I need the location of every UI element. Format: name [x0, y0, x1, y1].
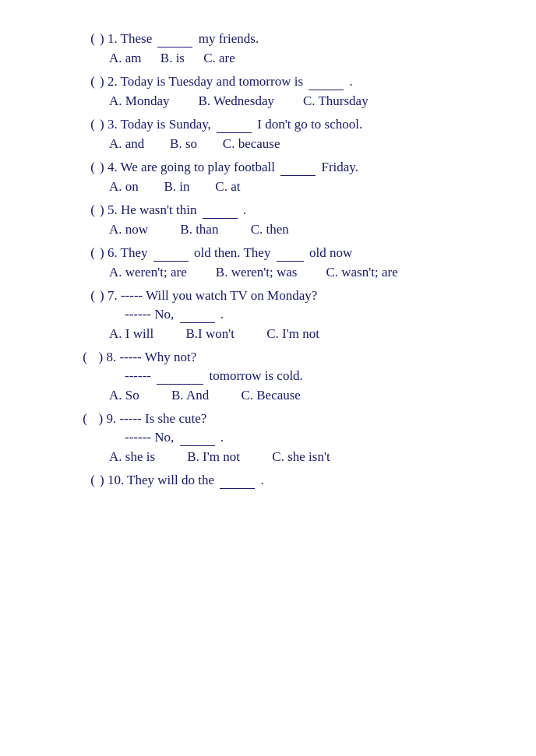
q8-opt-c: C. Because — [241, 388, 300, 403]
q8-opt-b: B. And — [171, 388, 209, 403]
q3-text-before: ) 3. Today is Sunday, — [100, 117, 211, 132]
q2-options: A. Monday B. Wednesday C. Thursday — [39, 93, 497, 109]
q6-text-after: old now — [309, 245, 352, 260]
quiz-container: ( ) 1. These my friends. A. am B. is C. … — [39, 31, 497, 489]
q2-opt-a: A. Monday — [109, 93, 169, 108]
q4-text: ) 4. We are going to play football Frida… — [100, 160, 497, 176]
q5-text-after: . — [243, 202, 246, 217]
q3-text: ) 3. Today is Sunday, I don't go to scho… — [100, 117, 497, 133]
q7-opt-b: B.I won't — [185, 326, 235, 341]
q5-opt-b: B. than — [180, 222, 218, 237]
q7-options: A. I will B.I won't C. I'm not — [39, 326, 497, 342]
q3-opt-a: A. and — [109, 136, 144, 151]
question-9: ( ) 9. ----- Is she cute? ------ No, . A… — [39, 411, 497, 465]
q2-opt-b: B. Wednesday — [198, 93, 273, 108]
q9-sub-text: ------ No, — [125, 430, 174, 445]
q9-text: ) 9. ----- Is she cute? — [92, 411, 497, 427]
q8-paren-open: ( — [78, 350, 92, 365]
question-8: ( ) 8. ----- Why not? ------ tomorrow is… — [39, 350, 497, 403]
q5-blank — [203, 202, 238, 219]
q1-blank — [157, 31, 192, 47]
q3-opt-c: C. because — [223, 136, 280, 151]
q2-blank — [309, 74, 344, 90]
q8-text: ) 8. ----- Why not? — [92, 350, 497, 365]
q7-blank — [180, 307, 215, 323]
q1-opt-a: A. am — [109, 51, 142, 65]
q7-sub-after: . — [220, 307, 224, 322]
q9-sub-after: . — [220, 430, 224, 445]
q8-blank — [157, 368, 203, 385]
q7-sub-text: ------ No, — [125, 307, 174, 322]
q9-blank — [180, 430, 215, 446]
q6-opt-a: A. weren't; are — [109, 265, 187, 280]
q5-options: A. now B. than C. then — [39, 222, 497, 237]
q5-text-before: ) 5. He wasn't thin — [100, 202, 196, 217]
q1-text-before: ) 1. These — [100, 31, 152, 46]
q3-text-after: I don't go to school. — [257, 117, 362, 132]
q7-text: ) 7. ----- Will you watch TV on Monday? — [100, 288, 497, 304]
q9-opt-a: A. she is — [109, 449, 155, 464]
q3-blank — [217, 117, 252, 133]
q3-paren-open: ( — [86, 117, 100, 132]
question-4: ( ) 4. We are going to play football Fri… — [39, 160, 497, 195]
q6-opt-c: C. wasn't; are — [326, 265, 397, 280]
q1-paren-open: ( — [86, 31, 100, 47]
q8-opt-a: A. So — [109, 388, 139, 403]
q9-opt-b: B. I'm not — [187, 449, 240, 464]
q3-options: A. and B. so C. because — [39, 136, 497, 152]
q1-text-after: my friends. — [199, 31, 259, 46]
q2-paren-open: ( — [86, 74, 100, 90]
q2-text: ) 2. Today is Tuesday and tomorrow is . — [100, 74, 497, 90]
q6-opt-b: B. weren't; was — [216, 265, 298, 280]
q10-text-before: ) 10. They will do the — [100, 473, 214, 487]
q5-paren-open: ( — [86, 202, 100, 218]
question-5: ( ) 5. He wasn't thin . A. now B. than C… — [39, 202, 497, 237]
q10-text: ) 10. They will do the . — [100, 473, 497, 489]
question-7: ( ) 7. ----- Will you watch TV on Monday… — [39, 288, 497, 342]
q7-opt-c: C. I'm not — [266, 326, 319, 341]
q6-blank1 — [153, 245, 189, 262]
q7-sub-line: ------ No, . — [39, 307, 497, 323]
q4-opt-b: B. in — [164, 179, 190, 194]
q8-sub-text: ------ — [125, 368, 151, 383]
q9-sub-line: ------ No, . — [39, 430, 497, 446]
q8-sub-line: ------ tomorrow is cold. — [39, 368, 497, 385]
q9-text-main: ) 9. ----- Is she cute? — [92, 411, 206, 426]
q2-text-before: ) 2. Today is Tuesday and tomorrow is — [100, 74, 303, 89]
q4-text-before: ) 4. We are going to play football — [100, 160, 275, 174]
question-1: ( ) 1. These my friends. A. am B. is C. … — [39, 31, 497, 66]
q5-opt-c: C. then — [251, 222, 289, 237]
q9-options: A. she is B. I'm not C. she isn't — [39, 449, 497, 465]
q9-paren-open: ( — [78, 411, 92, 427]
q3-opt-b: B. so — [170, 136, 197, 151]
q6-text-before: ) 6. They — [100, 245, 148, 260]
q7-text-main: ) 7. ----- Will you watch TV on Monday? — [100, 288, 317, 303]
q8-text-main: ) 8. ----- Why not? — [92, 350, 196, 364]
q4-blank — [280, 160, 316, 176]
q4-opt-a: A. on — [109, 179, 139, 194]
q4-text-after: Friday. — [321, 160, 358, 174]
q1-text: ) 1. These my friends. — [100, 31, 497, 47]
q4-opt-c: C. at — [215, 179, 240, 194]
q4-options: A. on B. in C. at — [39, 179, 497, 195]
q7-paren-open: ( — [86, 288, 100, 304]
q7-opt-a: A. I will — [109, 326, 153, 341]
q6-text: ) 6. They old then. They old now — [100, 245, 497, 262]
q6-text-mid: old then. They — [194, 245, 270, 260]
q10-text-after: . — [261, 473, 264, 487]
q5-text: ) 5. He wasn't thin . — [100, 202, 497, 219]
q8-sub-after: tomorrow is cold. — [209, 368, 302, 383]
question-6: ( ) 6. They old then. They old now A. we… — [39, 245, 497, 280]
q1-opt-b: B. is — [160, 51, 185, 65]
q6-blank2 — [277, 245, 304, 262]
q6-paren-open: ( — [86, 245, 100, 261]
question-2: ( ) 2. Today is Tuesday and tomorrow is … — [39, 74, 497, 109]
q6-options: A. weren't; are B. weren't; was C. wasn'… — [39, 265, 497, 280]
q1-options: A. am B. is C. are — [39, 51, 497, 66]
q10-blank — [220, 473, 255, 489]
q5-opt-a: A. now — [109, 222, 148, 237]
question-3: ( ) 3. Today is Sunday, I don't go to sc… — [39, 117, 497, 152]
q1-opt-c: C. are — [203, 51, 235, 65]
question-10: ( ) 10. They will do the . — [39, 473, 497, 489]
q2-text-after: . — [350, 74, 353, 89]
